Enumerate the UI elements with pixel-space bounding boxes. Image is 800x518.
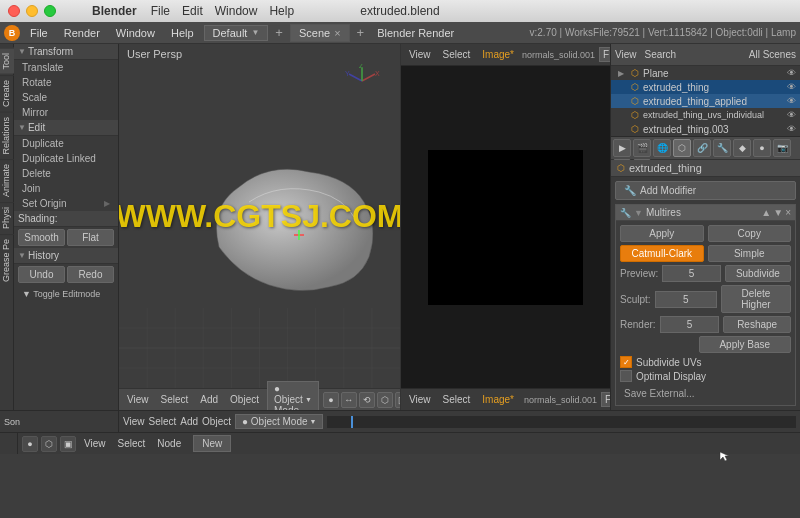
- ne-icon-2[interactable]: ⬡: [41, 436, 57, 452]
- toolbar-tab-physi[interactable]: Physi: [0, 202, 14, 233]
- os-menu-edit[interactable]: Edit: [182, 4, 203, 18]
- os-menu-help[interactable]: Help: [269, 4, 294, 18]
- tool-duplicate[interactable]: Duplicate: [14, 136, 118, 151]
- outliner-item-003[interactable]: ⬡ extruded_thing.003 👁: [611, 122, 800, 136]
- toolbar-tab-animate[interactable]: Animate: [0, 159, 14, 201]
- tool-delete[interactable]: Delete: [14, 166, 118, 181]
- viewport-canvas[interactable]: X Y Z WWW.CGTSJ.COM View Select Add Obje…: [119, 44, 400, 410]
- uv-menu-view[interactable]: View: [405, 48, 435, 61]
- preview-value[interactable]: 5: [662, 265, 720, 282]
- menu-file[interactable]: File: [24, 25, 54, 41]
- tool-redo[interactable]: Redo: [67, 266, 114, 283]
- toggle-editmode[interactable]: ▼ Toggle Editmode: [14, 287, 118, 301]
- toolbar-tab-create[interactable]: Create: [0, 75, 14, 111]
- eye-icon-3[interactable]: 👁: [787, 110, 796, 120]
- shading-flat[interactable]: Flat: [67, 229, 114, 246]
- uv-canvas[interactable]: [401, 66, 610, 388]
- ne-menu-select[interactable]: Select: [114, 437, 150, 450]
- tool-undo[interactable]: Undo: [18, 266, 65, 283]
- ne-new-btn[interactable]: New: [193, 435, 231, 452]
- tl-menu-select[interactable]: Select: [149, 416, 177, 427]
- outliner-item-applied[interactable]: ⬡ extruded_thing_applied 👁: [611, 94, 800, 108]
- os-menu-window[interactable]: Window: [215, 4, 258, 18]
- tl-menu-add[interactable]: Add: [180, 416, 198, 427]
- outliner-menu-search[interactable]: Search: [645, 49, 677, 60]
- menu-window[interactable]: Window: [110, 25, 161, 41]
- ne-icon-3[interactable]: ▣: [60, 436, 76, 452]
- save-external-btn[interactable]: Save External...: [620, 386, 791, 401]
- vp-menu-add[interactable]: Add: [196, 393, 222, 406]
- simple-btn[interactable]: Simple: [708, 245, 792, 262]
- outliner-menu-view[interactable]: View: [615, 49, 637, 60]
- tool-scale[interactable]: Scale: [14, 90, 118, 105]
- render-value[interactable]: 5: [660, 316, 720, 333]
- copy-btn[interactable]: Copy: [708, 225, 792, 242]
- outliner-item-extruded-thing[interactable]: ⬡ extruded_thing 👁: [611, 80, 800, 94]
- os-menu-file[interactable]: File: [151, 4, 170, 18]
- prop-icon-constraint[interactable]: 🔗: [693, 139, 711, 157]
- scene-tab[interactable]: Scene ×: [290, 24, 350, 42]
- prop-icon-world[interactable]: 🌐: [653, 139, 671, 157]
- tool-join[interactable]: Join: [14, 181, 118, 196]
- prop-icon-modifier[interactable]: 🔧: [713, 139, 731, 157]
- modifier-expand-icon[interactable]: ▼: [634, 208, 643, 218]
- modifier-move-up[interactable]: ▲: [761, 207, 771, 218]
- catmull-btn[interactable]: Catmull-Clark: [620, 245, 704, 262]
- add-workspace-btn[interactable]: +: [272, 25, 286, 40]
- render-engine[interactable]: Blender Render: [371, 25, 460, 41]
- uv-menu-select[interactable]: Select: [439, 48, 475, 61]
- tl-menu-view[interactable]: View: [123, 416, 145, 427]
- vp-icon-5[interactable]: ▣: [395, 392, 400, 408]
- eye-icon-plane[interactable]: 👁: [787, 68, 796, 78]
- section-history[interactable]: ▼ History: [14, 248, 118, 264]
- sculpt-value[interactable]: 5: [655, 291, 717, 308]
- vp-menu-object[interactable]: Object: [226, 393, 263, 406]
- shading-smooth[interactable]: Smooth: [18, 229, 65, 246]
- toolbar-tab-greasepen[interactable]: Grease Pe: [0, 234, 14, 286]
- uv-view-btn[interactable]: View: [405, 393, 435, 406]
- close-scene-btn[interactable]: ×: [334, 27, 340, 39]
- subdivide-btn[interactable]: Subdivide: [725, 265, 791, 282]
- timeline-bar[interactable]: [327, 416, 796, 428]
- uv-select-btn[interactable]: Select: [439, 393, 475, 406]
- workspace-dropdown[interactable]: Default ▼: [204, 25, 269, 41]
- ne-menu-view[interactable]: View: [80, 437, 110, 450]
- tool-set-origin[interactable]: Set Origin ▶: [14, 196, 118, 211]
- section-transform[interactable]: ▼ Transform: [14, 44, 118, 60]
- prop-icon-material[interactable]: ●: [753, 139, 771, 157]
- tl-menu-object[interactable]: Object: [202, 416, 231, 427]
- vp-menu-view[interactable]: View: [123, 393, 153, 406]
- add-scene-btn[interactable]: +: [354, 25, 368, 40]
- subdivide-uvs-checkbox[interactable]: ✓ Subdivide UVs: [620, 356, 791, 368]
- close-button[interactable]: [8, 5, 20, 17]
- reshape-btn[interactable]: Reshape: [723, 316, 791, 333]
- subdivide-uvs-check-box[interactable]: ✓: [620, 356, 632, 368]
- uv-menu-image[interactable]: Image*: [478, 48, 518, 61]
- tl-object-mode-dropdown[interactable]: ● Object Mode ▼: [235, 414, 323, 429]
- optimal-display-check-box[interactable]: [620, 370, 632, 382]
- prop-icon-object[interactable]: ⬡: [673, 139, 691, 157]
- modifier-move-down[interactable]: ▼: [773, 207, 783, 218]
- outliner-item-plane[interactable]: ▶ ⬡ Plane 👁: [611, 66, 800, 80]
- add-modifier-btn[interactable]: 🔧 Add Modifier: [615, 181, 796, 200]
- tool-translate[interactable]: Translate: [14, 60, 118, 75]
- maximize-button[interactable]: [44, 5, 56, 17]
- minimize-button[interactable]: [26, 5, 38, 17]
- tool-duplicate-linked[interactable]: Duplicate Linked: [14, 151, 118, 166]
- outliner-menu-allscenes[interactable]: All Scenes: [749, 49, 796, 60]
- eye-icon-1[interactable]: 👁: [787, 82, 796, 92]
- modifier-close[interactable]: ×: [785, 207, 791, 218]
- eye-icon-4[interactable]: 👁: [787, 124, 796, 134]
- vp-icon-4[interactable]: ⬡: [377, 392, 393, 408]
- apply-base-btn[interactable]: Apply Base: [699, 336, 792, 353]
- tool-rotate[interactable]: Rotate: [14, 75, 118, 90]
- ne-menu-node[interactable]: Node: [153, 437, 185, 450]
- outliner-item-uvs[interactable]: ⬡ extruded_thing_uvs_individual 👁: [611, 108, 800, 122]
- apply-btn[interactable]: Apply: [620, 225, 704, 242]
- vp-icon-2[interactable]: ↔: [341, 392, 357, 408]
- prop-icon-data[interactable]: ◆: [733, 139, 751, 157]
- delete-higher-btn[interactable]: Delete Higher: [721, 285, 791, 313]
- vp-menu-select[interactable]: Select: [157, 393, 193, 406]
- ne-icon-1[interactable]: ●: [22, 436, 38, 452]
- menu-render[interactable]: Render: [58, 25, 106, 41]
